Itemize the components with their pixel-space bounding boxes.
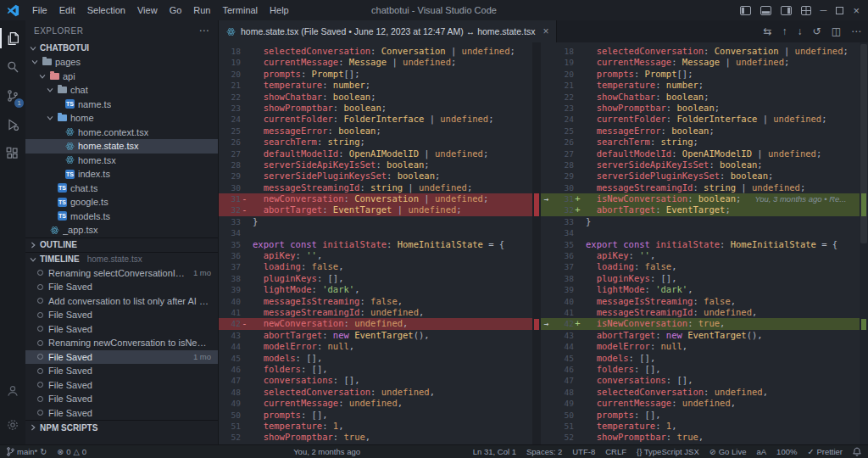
code-line[interactable]: 48 selectedConversation: undefined, [541,387,868,398]
code-line[interactable]: 51 temperature: 1, [541,421,868,432]
code-line[interactable]: 48 selectedConversation: undefined, [219,387,532,398]
timeline-item[interactable]: Renaming selectConversationId to s...1 m… [25,266,218,281]
code-line[interactable]: 52 showPromptbar: true, [541,432,868,443]
code-line[interactable]: 32+ abortTarget: EventTarget; [541,204,868,215]
code-line[interactable]: 50 prompts: [], [219,410,532,421]
minimize-button[interactable]: ─ [821,5,827,15]
code-line[interactable]: 39 lightMode: 'dark', [541,284,868,295]
split-editor-icon[interactable]: ◫ [832,25,841,37]
code-line[interactable]: 21 temperature: number; [541,80,868,91]
code-line[interactable]: 40 messageIsStreaming: false, [541,296,868,307]
timeline-item[interactable]: File Saved [25,378,218,393]
explorer-icon[interactable] [0,24,25,53]
code-line[interactable]: 29 serverSidePluginKeysSet: boolean; [541,170,868,182]
customize-layout-icon[interactable] [801,6,811,15]
code-line[interactable]: 33} [541,216,868,227]
timeline-item[interactable]: File Saved [25,308,218,322]
tree-item-chat[interactable]: chat [25,83,218,98]
indentation-status[interactable]: Spaces: 2 [526,447,562,456]
code-line[interactable]: 45 models: [], [541,353,868,364]
timeline-item[interactable]: File Saved [25,322,218,337]
diff-left-pane[interactable]: 18 selectedConversation: Conversation | … [219,42,532,444]
settings-gear-icon[interactable] [0,411,25,439]
tree-item-models-ts[interactable]: TSmodels.ts [25,209,218,224]
menu-selection[interactable]: Selection [81,5,131,15]
code-line[interactable]: 25 messageError: boolean; [541,126,868,137]
extensions-icon[interactable] [0,139,25,168]
close-tab-icon[interactable]: × [542,25,548,37]
tree-item-google-ts[interactable]: TSgoogle.ts [25,195,218,209]
eol-status[interactable]: CRLF [605,447,626,456]
code-line[interactable]: 28 serverSideApiKeyIsSet: boolean; [541,159,868,170]
code-line[interactable]: 31- newConversation: Conversation | unde… [219,193,532,204]
next-change-icon[interactable]: ↓ [798,25,803,37]
code-line[interactable]: →31+ isNewConversation: boolean;You, 3 m… [541,193,868,204]
code-line[interactable]: 22 showChatbar: boolean; [541,92,868,103]
code-line[interactable]: 49 currentMessage: undefined, [219,398,532,409]
problems-indicator[interactable]: ⊗ 0 △ 0 [57,447,86,456]
menu-edit[interactable]: Edit [53,5,81,15]
toggle-sidebar-icon[interactable] [740,6,751,15]
tree-item-chat-ts[interactable]: TSchat.ts [25,182,218,196]
code-line[interactable]: 23 showPromptbar: boolean; [219,103,532,114]
swap-sides-icon[interactable]: ⇆ [764,25,772,37]
encoding-status[interactable]: UTF-8 [572,447,595,456]
code-line[interactable]: 29 serverSidePluginKeysSet: boolean; [219,170,532,182]
outline-section-header[interactable]: OUTLINE [25,237,218,252]
cursor-position[interactable]: Ln 31, Col 1 [473,447,516,456]
menu-go[interactable]: Go [164,5,188,15]
prettier-status[interactable]: ✓ Prettier [807,447,843,456]
code-line[interactable]: 46 folders: [], [219,364,532,375]
toggle-panel-icon[interactable] [760,6,771,15]
toggle-secondary-sidebar-icon[interactable] [781,6,792,15]
code-line[interactable]: 42- newConversation: undefined, [219,318,532,329]
code-line[interactable]: 28 serverSideApiKeyIsSet: boolean; [219,159,532,170]
tree-item-name-ts[interactable]: TSname.ts [25,98,218,112]
tree-item-pages[interactable]: pages [25,55,218,70]
previous-change-icon[interactable]: ↑ [782,25,787,37]
code-line[interactable]: 52 showPromptbar: true, [219,432,532,443]
code-line[interactable]: 36 apiKey: '', [541,250,868,261]
timeline-item[interactable]: Add conversation to list only after AI m… [25,294,218,309]
tree-item-home-tsx[interactable]: home.tsx [25,154,218,168]
sync-icon[interactable]: ↻ [40,447,47,456]
screencast-mode-status[interactable]: aA [756,447,766,456]
search-icon[interactable] [0,53,25,81]
language-mode[interactable]: {} TypeScript JSX [637,447,699,456]
code-line[interactable]: 18 selectedConversation: Conversation | … [541,46,868,57]
timeline-section-header[interactable]: TIMELINE home.state.tsx [25,252,218,266]
code-line[interactable]: 38 pluginKeys: [], [541,273,868,284]
menu-help[interactable]: Help [264,5,295,15]
code-line[interactable]: 26 searchTerm: string; [219,137,532,148]
code-line[interactable]: 41 messageStreamingId: undefined, [219,307,532,318]
go-live-button[interactable]: ⊘ Go Live [709,447,747,456]
timeline-item[interactable]: File Saved [25,392,218,406]
menu-run[interactable]: Run [187,5,216,15]
tree-item-index-ts[interactable]: TSindex.ts [25,167,218,182]
code-line[interactable]: 20 prompts: Prompt[]; [541,69,868,80]
npm-scripts-section-header[interactable]: NPM SCRIPTS [25,420,218,434]
revert-change-arrow-icon[interactable]: → [541,193,552,204]
diff-right-pane[interactable]: 18 selectedConversation: Conversation | … [541,42,868,444]
code-line[interactable]: 21 temperature: number; [219,80,532,91]
timeline-item[interactable]: File Saved1 mo [25,350,218,365]
code-line[interactable]: 35export const initialState: HomeInitial… [219,239,532,250]
menu-view[interactable]: View [131,5,164,15]
tree-item-home-state-tsx[interactable]: home.state.tsx [25,139,218,154]
branch-indicator[interactable]: main* ↻ [7,447,47,456]
code-line[interactable]: 19 currentMessage: Message | undefined; [219,57,532,68]
menu-terminal[interactable]: Terminal [217,5,264,15]
code-line[interactable]: 19 currentMessage: Message | undefined; [541,57,868,68]
close-window-button[interactable]: × [853,5,860,16]
code-line[interactable]: 30 messageStreamingId: string | undefine… [219,182,532,193]
git-blame-status[interactable]: You, 2 months ago [293,447,360,456]
tree-item-home-context-tsx[interactable]: home.context.tsx [25,126,218,140]
code-line[interactable]: 35export const initialState: HomeInitial… [541,239,868,250]
code-line[interactable]: 50 prompts: [], [541,410,868,421]
project-root-header[interactable]: CHATBOTUI [25,41,218,55]
code-line[interactable]: 27 defaultModelId: OpenAIModelID | undef… [219,148,532,159]
tree-item--app-tsx[interactable]: _app.tsx [25,223,218,237]
code-line[interactable]: 34 [541,227,868,238]
code-line[interactable]: 24 currentFolder: FolderInterface | unde… [219,114,532,125]
code-line[interactable]: 20 prompts: Prompt[]; [219,69,532,80]
